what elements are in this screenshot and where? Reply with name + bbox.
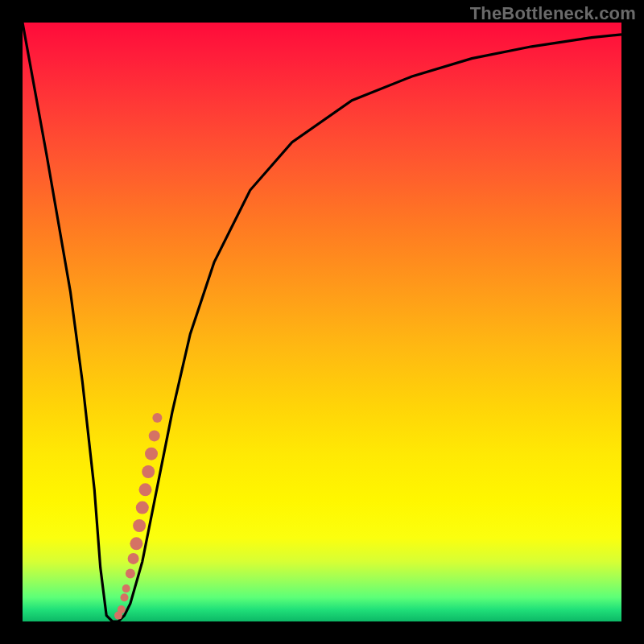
data-point-marker: [128, 553, 139, 564]
data-point-marker: [130, 537, 142, 550]
data-point-marker: [122, 584, 130, 592]
bottleneck-curve: [23, 23, 621, 621]
data-point-marker: [121, 593, 129, 601]
data-point-marker: [152, 413, 162, 423]
data-point-marker: [118, 605, 126, 613]
data-point-marker: [145, 448, 158, 460]
data-point-marker: [126, 569, 135, 579]
data-point-marker: [142, 465, 155, 478]
data-point-marker: [136, 502, 149, 514]
data-point-marker: [139, 483, 152, 496]
chart-svg: [23, 23, 621, 621]
watermark-text: TheBottleneck.com: [470, 3, 636, 24]
outer-frame: TheBottleneck.com: [0, 0, 644, 644]
data-point-marker: [149, 430, 160, 441]
marker-group: [114, 413, 162, 620]
plot-area: [23, 23, 621, 621]
data-point-marker: [133, 519, 146, 532]
